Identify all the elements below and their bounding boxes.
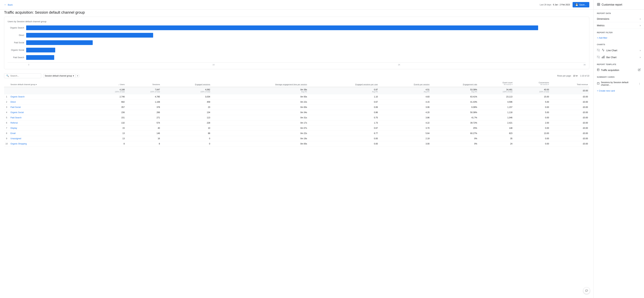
svg-rect-13 <box>597 82 599 84</box>
total-row: 4,188 100% of total 7,647 100% of total … <box>4 87 589 94</box>
col-engaged-per-user[interactable]: Engaged sessions per user <box>308 80 379 87</box>
col-users[interactable]: ↓ Users <box>91 80 126 87</box>
table-row: 7 Display 15 40 10 0m 07s 0.67 3.70 25% … <box>4 126 589 131</box>
card-menu-icon[interactable]: ⋮ <box>638 82 640 85</box>
rows-per-page-select[interactable]: 10 25 50 <box>572 74 578 77</box>
dimension-filter[interactable]: Session default channel group ▾ <box>43 74 76 78</box>
add-filter-button[interactable]: + Add filter <box>594 35 644 41</box>
table-row: 6 Referral 132 574 228 0m 17s 1.73 4.22 … <box>4 120 589 126</box>
back-arrow-icon: ← <box>4 3 7 6</box>
back-label: Back <box>8 3 13 6</box>
chart-container: Users by Session default channel group O… <box>4 17 589 69</box>
table-row: 8 Email 13 146 88 0m 22s 6.77 5.64 60.27… <box>4 131 589 136</box>
template-edit-icon[interactable] <box>638 68 640 72</box>
search-box[interactable]: 🔍 <box>4 73 41 78</box>
bar-chart-option[interactable]: Bar Chart › <box>594 54 644 61</box>
data-table: Session default channel group ▾ ↓ Users … <box>4 80 589 147</box>
report-template-row: Traffic acquisition <box>594 67 644 73</box>
right-panel: Customise report REPORT DATA Dimensions … <box>593 0 644 298</box>
col-total-revenue[interactable]: Total revenue <box>550 80 589 87</box>
bar-row-direct: Direct <box>8 33 586 38</box>
bar-row-organic-search: Organic Search <box>8 25 586 30</box>
col-engaged-sessions[interactable]: Engaged sessions <box>161 80 212 87</box>
eye-hidden-icon <box>597 55 600 59</box>
chart-title: Users by Session default channel group <box>8 20 586 23</box>
svg-rect-10 <box>597 69 599 71</box>
chevron-right-icon: › <box>640 24 640 27</box>
col-channel[interactable]: Session default channel group ▾ <box>9 80 91 87</box>
card-icon <box>597 82 600 85</box>
report-data-section-title: REPORT DATA <box>594 9 644 16</box>
table-row: 10 Organic Shopping 8 8 0 0m 00s 0.00 3.… <box>4 141 589 147</box>
template-icon <box>597 68 600 72</box>
bar-chart-icon <box>602 55 605 59</box>
chat-button[interactable]: 💬 <box>583 287 590 294</box>
table-row: 9 Unassigned 13 16 0 0m 19s 0.00 2.19 0%… <box>4 136 589 141</box>
col-sessions[interactable]: Sessions <box>126 80 161 87</box>
create-new-card-button[interactable]: + Create new card <box>594 88 644 94</box>
table-section: 🔍 Session default channel group ▾ + Rows… <box>0 73 593 150</box>
chat-icon: 💬 <box>585 290 588 292</box>
search-input[interactable] <box>10 74 39 77</box>
col-avg-engagement[interactable]: Average engagement time per session <box>212 80 308 87</box>
line-chart-icon <box>602 48 605 52</box>
charts-section-title: CHARTS <box>594 41 644 47</box>
bar-row-paid-search: Paid Search <box>8 55 586 60</box>
date-range-info: Last 28 days 6 Jan - 2 Feb 2023 <box>540 3 570 6</box>
table-row: 4 Organic Social 156 266 134 0m 34s 0.86… <box>4 110 589 115</box>
col-conversions[interactable]: Conversions All events ▾ <box>514 80 550 87</box>
page-title: Traffic acquisition: Session default cha… <box>0 10 593 17</box>
svg-rect-7 <box>604 56 604 58</box>
bar-row-paid-social: Paid Social <box>8 40 586 45</box>
right-panel-title: Customise report <box>602 3 622 6</box>
chevron-right-icon: › <box>640 49 640 52</box>
save-icon: 💾 <box>575 3 578 6</box>
col-engagement-rate[interactable]: Engagement rate <box>431 80 478 87</box>
customise-report-icon <box>597 3 600 7</box>
eye-hidden-icon <box>597 48 600 52</box>
report-template-section-title: REPORT TEMPLATE <box>594 61 644 67</box>
page-info: 1-10 of 10 <box>580 75 589 77</box>
back-link[interactable]: ← Back <box>4 3 13 6</box>
add-metric-button[interactable]: + <box>76 74 80 78</box>
svg-rect-0 <box>598 3 600 6</box>
summary-card-row: Sessions by Session default channel... ⋮ <box>594 79 644 88</box>
col-events-per-session[interactable]: Events per session <box>379 80 431 87</box>
dimensions-row[interactable]: Dimensions › <box>594 16 644 22</box>
table-row: 5 Paid Search 151 271 113 0m 31s 0.75 3.… <box>4 115 589 120</box>
metrics-row[interactable]: Metrics › <box>594 22 644 29</box>
search-icon: 🔍 <box>6 74 9 77</box>
line-chart-option[interactable]: Line Chart › <box>594 47 644 54</box>
col-num <box>4 80 9 87</box>
chevron-right-icon: › <box>640 17 640 20</box>
rows-per-page: Rows per page: 10 25 50 <box>557 74 578 77</box>
table-controls: 🔍 Session default channel group ▾ + Rows… <box>4 73 589 78</box>
table-row: 1 Organic Search 2,746 4,785 3,034 0m 50… <box>4 94 589 99</box>
col-event-count[interactable]: Event count All events ▾ <box>478 80 514 87</box>
right-panel-header: Customise report <box>594 0 644 9</box>
summary-cards-section-title: SUMMARY CARDS <box>594 73 644 79</box>
svg-rect-9 <box>602 57 602 58</box>
chevron-down-icon: ▾ <box>36 84 37 85</box>
save-button[interactable]: 💾 Save... <box>572 2 589 7</box>
chevron-down-icon: ▾ <box>73 75 74 77</box>
bar-chart: Organic Search Direct Paid Social Organi… <box>8 25 586 66</box>
table-row: 3 Paid Social 357 378 23 0m 00s 0.06 3.0… <box>4 105 589 110</box>
bar-row-organic-social: Organic Social <box>8 48 586 52</box>
svg-rect-8 <box>603 56 604 58</box>
report-filter-section-title: REPORT FILTER <box>594 29 644 35</box>
chevron-right-icon: › <box>640 56 640 59</box>
table-row: 2 Direct 682 1,108 459 0m 22s 0.67 4.15 … <box>4 99 589 105</box>
x-axis: 0 1K 2K 3K <box>8 63 586 66</box>
